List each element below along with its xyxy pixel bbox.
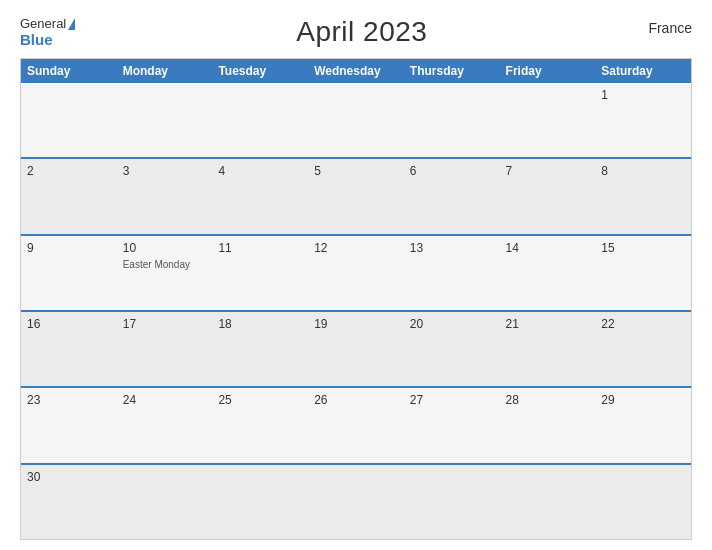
cal-cell-w6d6 bbox=[500, 465, 596, 539]
cal-cell-w3d6: 14 bbox=[500, 236, 596, 310]
date-28: 28 bbox=[506, 393, 590, 407]
date-12: 12 bbox=[314, 241, 398, 255]
page-header: General Blue April 2023 France bbox=[20, 16, 692, 48]
cal-cell-w2d6: 7 bbox=[500, 159, 596, 233]
cal-cell-w3d2: 10 Easter Monday bbox=[117, 236, 213, 310]
logo-triangle-icon bbox=[68, 18, 75, 30]
date-5: 5 bbox=[314, 164, 398, 178]
cal-cell-w2d4: 5 bbox=[308, 159, 404, 233]
date-20: 20 bbox=[410, 317, 494, 331]
col-saturday: Saturday bbox=[595, 59, 691, 83]
cal-cell-w1d2 bbox=[117, 83, 213, 157]
calendar-week-1: 1 bbox=[21, 83, 691, 157]
cal-cell-w1d6 bbox=[500, 83, 596, 157]
cal-cell-w4d5: 20 bbox=[404, 312, 500, 386]
col-friday: Friday bbox=[500, 59, 596, 83]
date-14: 14 bbox=[506, 241, 590, 255]
cal-cell-w5d5: 27 bbox=[404, 388, 500, 462]
date-27: 27 bbox=[410, 393, 494, 407]
country-label: France bbox=[648, 20, 692, 36]
date-26: 26 bbox=[314, 393, 398, 407]
date-6: 6 bbox=[410, 164, 494, 178]
date-16: 16 bbox=[27, 317, 111, 331]
cal-cell-w2d5: 6 bbox=[404, 159, 500, 233]
calendar-week-4: 16 17 18 19 20 21 22 bbox=[21, 310, 691, 386]
cal-cell-w6d7 bbox=[595, 465, 691, 539]
date-29: 29 bbox=[601, 393, 685, 407]
date-24: 24 bbox=[123, 393, 207, 407]
date-3: 3 bbox=[123, 164, 207, 178]
cal-cell-w6d2 bbox=[117, 465, 213, 539]
page: General Blue April 2023 France Sunday Mo… bbox=[0, 0, 712, 550]
calendar-week-6: 30 bbox=[21, 463, 691, 539]
date-13: 13 bbox=[410, 241, 494, 255]
date-25: 25 bbox=[218, 393, 302, 407]
cal-cell-w5d1: 23 bbox=[21, 388, 117, 462]
calendar-week-5: 23 24 25 26 27 28 29 bbox=[21, 386, 691, 462]
date-1: 1 bbox=[601, 88, 685, 102]
cal-cell-w3d1: 9 bbox=[21, 236, 117, 310]
col-monday: Monday bbox=[117, 59, 213, 83]
cal-cell-w4d2: 17 bbox=[117, 312, 213, 386]
col-wednesday: Wednesday bbox=[308, 59, 404, 83]
cal-cell-w4d7: 22 bbox=[595, 312, 691, 386]
cal-cell-w2d2: 3 bbox=[117, 159, 213, 233]
cal-cell-w3d7: 15 bbox=[595, 236, 691, 310]
cal-cell-w4d3: 18 bbox=[212, 312, 308, 386]
cal-cell-w2d1: 2 bbox=[21, 159, 117, 233]
col-thursday: Thursday bbox=[404, 59, 500, 83]
cal-cell-w1d3 bbox=[212, 83, 308, 157]
logo: General Blue bbox=[20, 16, 75, 48]
calendar-week-3: 9 10 Easter Monday 11 12 13 14 bbox=[21, 234, 691, 310]
date-4: 4 bbox=[218, 164, 302, 178]
date-19: 19 bbox=[314, 317, 398, 331]
date-23: 23 bbox=[27, 393, 111, 407]
cal-cell-w2d7: 8 bbox=[595, 159, 691, 233]
cal-cell-w3d4: 12 bbox=[308, 236, 404, 310]
event-easter-monday: Easter Monday bbox=[123, 259, 207, 270]
calendar-header: Sunday Monday Tuesday Wednesday Thursday… bbox=[21, 59, 691, 83]
cal-cell-w4d1: 16 bbox=[21, 312, 117, 386]
date-8: 8 bbox=[601, 164, 685, 178]
cal-cell-w1d4 bbox=[308, 83, 404, 157]
cal-cell-w5d3: 25 bbox=[212, 388, 308, 462]
calendar-body: 1 2 3 4 5 6 bbox=[21, 83, 691, 539]
date-15: 15 bbox=[601, 241, 685, 255]
logo-general-text: General bbox=[20, 16, 66, 31]
cal-cell-w3d3: 11 bbox=[212, 236, 308, 310]
date-17: 17 bbox=[123, 317, 207, 331]
page-title: April 2023 bbox=[296, 16, 427, 48]
calendar-week-2: 2 3 4 5 6 7 8 bbox=[21, 157, 691, 233]
date-2: 2 bbox=[27, 164, 111, 178]
cal-cell-w3d5: 13 bbox=[404, 236, 500, 310]
cal-cell-w2d3: 4 bbox=[212, 159, 308, 233]
cal-cell-w4d6: 21 bbox=[500, 312, 596, 386]
cal-cell-w5d2: 24 bbox=[117, 388, 213, 462]
cal-cell-w1d1 bbox=[21, 83, 117, 157]
cal-cell-w6d4 bbox=[308, 465, 404, 539]
date-7: 7 bbox=[506, 164, 590, 178]
cal-cell-w6d3 bbox=[212, 465, 308, 539]
cal-cell-w1d7: 1 bbox=[595, 83, 691, 157]
cal-cell-w1d5 bbox=[404, 83, 500, 157]
date-18: 18 bbox=[218, 317, 302, 331]
col-tuesday: Tuesday bbox=[212, 59, 308, 83]
cal-cell-w5d6: 28 bbox=[500, 388, 596, 462]
calendar: Sunday Monday Tuesday Wednesday Thursday… bbox=[20, 58, 692, 540]
date-21: 21 bbox=[506, 317, 590, 331]
cal-cell-w5d7: 29 bbox=[595, 388, 691, 462]
logo-blue-text: Blue bbox=[20, 31, 75, 48]
cal-cell-w5d4: 26 bbox=[308, 388, 404, 462]
cal-cell-w6d5 bbox=[404, 465, 500, 539]
cal-cell-w6d1: 30 bbox=[21, 465, 117, 539]
cal-cell-w4d4: 19 bbox=[308, 312, 404, 386]
date-10: 10 bbox=[123, 241, 207, 255]
date-30: 30 bbox=[27, 470, 111, 484]
col-sunday: Sunday bbox=[21, 59, 117, 83]
date-11: 11 bbox=[218, 241, 302, 255]
date-22: 22 bbox=[601, 317, 685, 331]
date-9: 9 bbox=[27, 241, 111, 255]
